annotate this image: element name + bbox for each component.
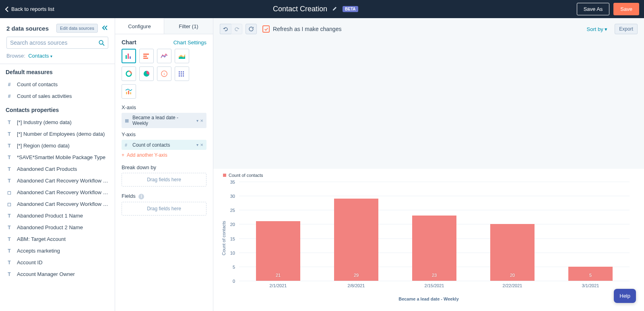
chip-dropdown[interactable]: ▾: [196, 118, 198, 123]
add-y-axis-button[interactable]: + Add another Y-axis: [122, 152, 206, 158]
svg-rect-17: [183, 73, 184, 75]
svg-rect-23: [130, 92, 131, 94]
fields-label: Fields i: [122, 193, 206, 199]
chart-bar[interactable]: 53/1/2021: [551, 182, 630, 281]
svg-point-0: [99, 40, 103, 44]
breakdown-dropzone[interactable]: Drag fields here: [122, 173, 206, 187]
configure-panel: Configure Filter (1) Chart Chart Setting…: [115, 18, 213, 311]
svg-rect-18: [179, 75, 180, 77]
property-item[interactable]: TAccount ID: [0, 257, 115, 268]
property-item[interactable]: #Count of sales activities: [0, 90, 115, 102]
property-item[interactable]: TAccount Manager Owner: [0, 268, 115, 280]
chart-bar[interactable]: 232/15/2021: [395, 182, 473, 281]
tab-filter[interactable]: Filter (1): [164, 18, 213, 34]
chart-bar[interactable]: 202/22/2021: [473, 182, 551, 281]
chevron-left-icon: [5, 6, 9, 12]
svg-rect-14: [183, 71, 184, 73]
help-button[interactable]: Help: [614, 289, 636, 303]
chart-area: Count of contacts Count of contacts 0510…: [213, 169, 644, 311]
edit-data-sources-button[interactable]: Edit data sources: [56, 24, 98, 33]
pencil-icon: [332, 6, 338, 11]
x-axis-label: X-axis: [122, 104, 206, 110]
chevron-double-left-icon: [102, 25, 108, 31]
chart-preview-panel: Refresh as I make changes Sort by ▾ Expo…: [213, 18, 644, 311]
info-icon[interactable]: i: [138, 194, 144, 199]
x-axis-chip[interactable]: ▦ Became a lead date - Weekly ▾ ×: [122, 113, 206, 128]
chart-bar[interactable]: 212/1/2021: [239, 182, 317, 281]
y-axis-chip[interactable]: # Count of contacts ▾ ×: [122, 140, 206, 150]
sort-by-dropdown[interactable]: Sort by ▾: [587, 26, 608, 32]
chip-remove[interactable]: ×: [200, 118, 203, 124]
chart-type-bar[interactable]: [122, 49, 136, 63]
property-item[interactable]: #Count of contacts: [0, 79, 115, 90]
property-item[interactable]: TAbandoned Product 2 Name: [0, 222, 115, 233]
property-item[interactable]: T*SAVE*Smarttel Mobile Package Type: [0, 151, 115, 163]
x-axis-title: Became a lead date - Weekly: [220, 296, 638, 301]
search-input-wrap[interactable]: [6, 37, 108, 49]
number-icon: #: [125, 143, 130, 147]
chart-type-kpi[interactable]: 1: [157, 66, 171, 81]
properties-list[interactable]: Default measures #Count of contacts#Coun…: [0, 64, 115, 311]
undo-button[interactable]: [220, 24, 231, 34]
browse-prefix: Browse:: [6, 53, 25, 59]
chart-type-line[interactable]: [157, 49, 171, 63]
property-item[interactable]: TABM: Target Account: [0, 233, 115, 245]
property-item[interactable]: T[*] Region (demo data): [0, 140, 115, 151]
chart-type-donut[interactable]: [122, 66, 136, 81]
chart-settings-link[interactable]: Chart Settings: [173, 39, 206, 46]
edit-title-button[interactable]: [332, 6, 338, 12]
collapse-panel-button[interactable]: [102, 25, 108, 32]
fields-dropzone[interactable]: Drag fields here: [122, 202, 206, 216]
back-link[interactable]: Back to reports list: [5, 6, 54, 12]
property-item[interactable]: TAbandoned Product 1 Name: [0, 210, 115, 222]
property-item[interactable]: ◻Abandoned Cart Recovery Workflow Start…: [0, 198, 115, 210]
breakdown-label: Break down by: [122, 164, 206, 170]
property-item[interactable]: ◻Abandoned Cart Recovery Workflow Con…: [0, 187, 115, 198]
svg-rect-19: [181, 75, 182, 77]
search-input[interactable]: [10, 39, 99, 46]
auto-refresh-label: Refresh as I make changes: [273, 26, 341, 32]
undo-icon: [223, 26, 229, 32]
svg-rect-2: [126, 55, 127, 59]
auto-refresh-checkbox[interactable]: [262, 25, 270, 33]
combo-chart-icon: [125, 88, 133, 95]
refresh-button[interactable]: [246, 24, 257, 34]
back-label: Back to reports list: [11, 6, 54, 12]
svg-rect-15: [179, 73, 180, 75]
tab-configure[interactable]: Configure: [115, 18, 164, 34]
export-button[interactable]: Export: [615, 24, 638, 34]
property-item[interactable]: TAccepts marketing: [0, 245, 115, 257]
save-button[interactable]: Save: [613, 3, 639, 15]
browse-source-select[interactable]: Contacts ▾: [28, 53, 52, 59]
chip-remove[interactable]: ×: [200, 142, 203, 148]
svg-rect-3: [128, 54, 129, 59]
chart-heading: Chart: [122, 39, 136, 46]
properties-heading: Contacts properties: [0, 102, 115, 116]
property-item[interactable]: TAbandoned Cart Products: [0, 163, 115, 175]
pie-chart-icon: [142, 70, 151, 77]
chip-dropdown[interactable]: ▾: [196, 143, 198, 147]
chart-type-hbar[interactable]: [139, 49, 154, 63]
chart-type-table[interactable]: [175, 66, 189, 81]
calendar-icon: ▦: [125, 118, 130, 123]
check-icon: [264, 27, 268, 31]
chart-bar[interactable]: 292/8/2021: [317, 182, 395, 281]
chart-type-combo[interactable]: [122, 84, 136, 99]
svg-rect-4: [130, 56, 131, 59]
redo-button: [231, 24, 242, 34]
property-item[interactable]: TAbandoned Cart Recovery Workflow Con…: [0, 175, 115, 187]
browse-row: Browse: Contacts ▾: [0, 53, 115, 64]
save-as-button[interactable]: Save As: [577, 3, 610, 15]
preview-toolbar: Refresh as I make changes Sort by ▾ Expo…: [213, 18, 644, 40]
y-axis-title: Count of contacts: [221, 221, 226, 255]
property-item[interactable]: T[*] Industry (demo data): [0, 116, 115, 128]
measures-heading: Default measures: [0, 64, 115, 79]
svg-rect-7: [143, 58, 148, 59]
property-item[interactable]: T[*] Number of Employees (demo data): [0, 128, 115, 140]
refresh-icon: [248, 26, 254, 32]
chart-type-pie[interactable]: [139, 66, 154, 81]
svg-rect-5: [143, 54, 149, 55]
chart-type-area[interactable]: [175, 49, 189, 63]
page-title: Contact Creation: [273, 5, 327, 13]
beta-badge: BETA: [343, 6, 358, 12]
